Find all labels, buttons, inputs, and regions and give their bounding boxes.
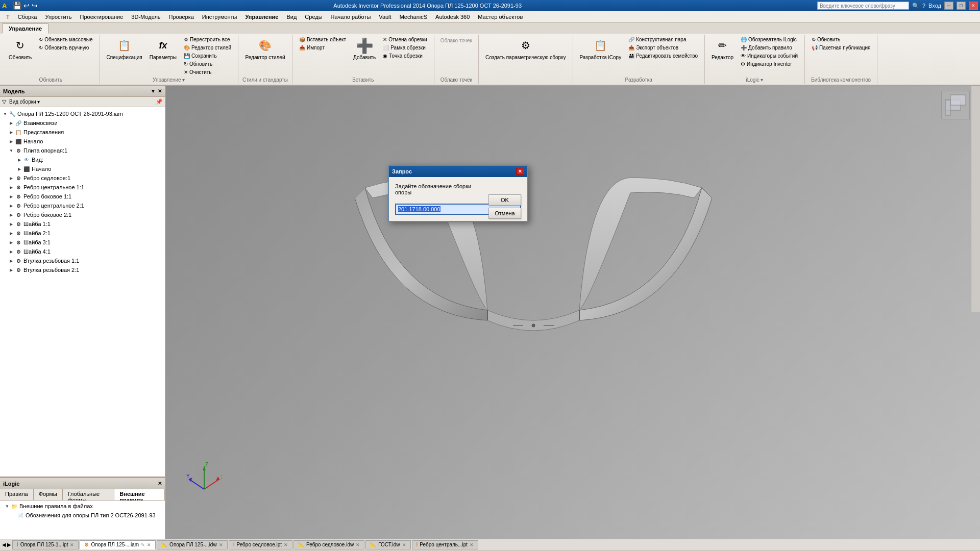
ribbon-btn-icopy[interactable]: 📋 Разработка iCopy bbox=[577, 36, 624, 62]
ribbon-btn-add[interactable]: ➕ Добавить bbox=[351, 36, 378, 62]
menu-view[interactable]: Вид bbox=[282, 13, 301, 21]
ribbon-btn-update2[interactable]: ↻ Обновить bbox=[181, 60, 234, 68]
bottom-tab-7[interactable]: I Ребро централь...ipt ✕ bbox=[412, 540, 478, 549]
search-icon[interactable]: 🔍 bbox=[912, 3, 919, 9]
bottom-tab-4[interactable]: I Ребро седловое.ipt ✕ bbox=[229, 540, 292, 549]
menu-assembly[interactable]: Сборка bbox=[14, 13, 41, 21]
bottom-tab-3-close[interactable]: ✕ bbox=[219, 542, 223, 547]
menu-autodesk360[interactable]: Autodesk 360 bbox=[431, 13, 474, 21]
ribbon-btn-inventor-indicator[interactable]: ⚙ Индикатор Inventor bbox=[738, 60, 800, 68]
tree-item-threaded-sleeve21[interactable]: ▶ ⚙ Втулка резьбовая 2:1 bbox=[0, 265, 165, 274]
title-bar-help[interactable]: ? bbox=[922, 3, 925, 9]
ribbon-btn-update-manual[interactable]: ↻ Обновить вручную bbox=[36, 44, 95, 52]
tree-item-washer21[interactable]: ▶ ⚙ Шайба 2:1 bbox=[0, 229, 165, 238]
bottom-tab-nav-right[interactable]: ▶ bbox=[7, 542, 11, 547]
ribbon-btn-clean[interactable]: ✕ Очистить bbox=[181, 68, 234, 76]
view-selector[interactable]: Вид сборки ▾ bbox=[9, 99, 40, 105]
bottom-tab-1[interactable]: I Опора ПЛ 125-1...ipt ✕ bbox=[12, 540, 79, 549]
minimize-button[interactable]: ─ bbox=[944, 2, 953, 10]
ribbon-btn-style-editor[interactable]: 🎨 Редактор стилей bbox=[181, 44, 234, 52]
restore-button[interactable]: □ bbox=[957, 2, 966, 10]
bottom-tab-4-close[interactable]: ✕ bbox=[284, 542, 288, 547]
ribbon-btn-add-rule[interactable]: ➕ Добавить правило bbox=[738, 44, 800, 52]
menu-tools[interactable]: Инструменты bbox=[198, 13, 241, 21]
tree-item-relations[interactable]: ▶ 🔗 Взаимосвязи bbox=[0, 118, 165, 128]
bottom-tab-3[interactable]: 📐 Опора ПЛ 125-...idw ✕ bbox=[157, 540, 228, 549]
ilogic-item-rule1[interactable]: 📄 Обозначения для опоры ПЛ тип 2 ОСТ26-2… bbox=[2, 511, 163, 520]
ribbon-btn-trim-point[interactable]: ◉ Точка обрезки bbox=[380, 52, 429, 60]
ribbon-btn-edit-family[interactable]: 👨‍👩‍👧 Редактировать семейство bbox=[626, 52, 700, 60]
menu-vault[interactable]: Vault bbox=[375, 13, 395, 21]
ribbon-btn-rebuild[interactable]: ⚙ Перестроить все bbox=[181, 36, 234, 43]
bottom-tab-5-close[interactable]: ✕ bbox=[356, 542, 360, 547]
ribbon-btn-const-pair[interactable]: 🔗 Конструктивная пара bbox=[626, 36, 700, 43]
tree-item-washer11[interactable]: ▶ ⚙ Шайба 1:1 bbox=[0, 219, 165, 229]
menu-environments[interactable]: Среды bbox=[301, 13, 326, 21]
ribbon-tab-manage[interactable]: Управление bbox=[2, 23, 48, 34]
menu-simplify[interactable]: Упростить bbox=[41, 13, 76, 21]
menu-master[interactable]: Мастер объектов bbox=[474, 13, 527, 21]
dialog-cancel-button[interactable]: Отмена bbox=[488, 208, 521, 219]
ribbon-btn-style-editor2[interactable]: 🎨 Редактор стилей bbox=[243, 36, 288, 62]
ilogic-panel-close[interactable]: ✕ bbox=[158, 481, 162, 486]
quick-access-undo[interactable]: ↩ bbox=[23, 2, 30, 10]
menu-file[interactable]: T bbox=[2, 13, 14, 21]
tree-item-representations[interactable]: ▶ 📋 Представления bbox=[0, 128, 165, 137]
ribbon-btn-update-comp[interactable]: ↻ Обновить bbox=[809, 36, 873, 43]
ribbon-btn-batch-pub[interactable]: 📢 Пакетная публикация bbox=[809, 44, 873, 52]
search-input[interactable] bbox=[817, 2, 909, 10]
ribbon-btn-ilogic-browser[interactable]: 🌐 Обозреватель iLogic bbox=[738, 36, 800, 43]
dialog-ok-button[interactable]: OK bbox=[488, 194, 521, 206]
ilogic-tab-forms[interactable]: Формы bbox=[34, 489, 63, 500]
ribbon-btn-import[interactable]: 📥 Импорт bbox=[297, 44, 349, 52]
ilogic-tab-rules[interactable]: Правила bbox=[0, 489, 34, 500]
filter-icon[interactable]: ▽ bbox=[2, 98, 6, 105]
ribbon-btn-update[interactable]: ↻ Обновить bbox=[6, 36, 34, 62]
model-panel-expand[interactable]: ▼ bbox=[151, 88, 156, 94]
viewport[interactable]: X Y Z ⊞ ↕ ↔ Запрос ✕ Задайт bbox=[166, 86, 980, 539]
ribbon-btn-specification[interactable]: 📋 Спецификация bbox=[104, 36, 145, 62]
tree-item-center-rib11[interactable]: ▶ ⚙ Ребро центральное 1:1 bbox=[0, 183, 165, 192]
quick-access-redo[interactable]: ↪ bbox=[32, 2, 38, 10]
tree-item-root[interactable]: ▼ 🔧 Опора ПЛ 125-1200 ОСТ 26-2091-93.iam bbox=[0, 109, 165, 118]
tree-item-saddle-rib1[interactable]: ▶ ⚙ Ребро седловое:1 bbox=[0, 173, 165, 183]
tree-item-washer31[interactable]: ▶ ⚙ Шайба 3:1 bbox=[0, 238, 165, 247]
ribbon-btn-editor[interactable]: ✏ Редактор bbox=[709, 36, 736, 62]
tree-item-center-rib21[interactable]: ▶ ⚙ Ребро центральное 2:1 bbox=[0, 201, 165, 210]
close-button[interactable]: ✕ bbox=[969, 2, 978, 10]
bottom-tab-2-close[interactable]: ✕ bbox=[147, 542, 151, 547]
tree-item-side-rib11[interactable]: ▶ ⚙ Ребро боковое 1:1 bbox=[0, 192, 165, 201]
title-bar-signin[interactable]: Вход bbox=[928, 3, 941, 9]
model-panel-close[interactable]: ✕ bbox=[158, 88, 162, 94]
ribbon-btn-event-monitors[interactable]: 👁 Индикаторы событий bbox=[738, 52, 800, 60]
menu-check[interactable]: Проверка bbox=[165, 13, 198, 21]
ilogic-tab-global-forms[interactable]: Глобальные формы bbox=[63, 489, 115, 500]
bottom-tab-2[interactable]: ⚙ Опора ПЛ 125-...iam ✎ ✕ bbox=[80, 540, 156, 549]
ribbon-btn-insert-obj[interactable]: 📦 Вставить объект bbox=[297, 36, 349, 43]
bottom-tab-nav-left[interactable]: ◀ bbox=[2, 542, 6, 547]
bottom-tab-1-close[interactable]: ✕ bbox=[70, 542, 74, 547]
tree-item-side-rib21[interactable]: ▶ ⚙ Ребро боковое 2:1 bbox=[0, 210, 165, 219]
tree-item-threaded-sleeve11[interactable]: ▶ ⚙ Втулка резьбовая 1:1 bbox=[0, 256, 165, 265]
tree-item-view[interactable]: ▶ 👁 Вид: bbox=[0, 155, 165, 164]
ilogic-tab-external-rules[interactable]: Внешние правила bbox=[114, 489, 165, 500]
bottom-tab-6[interactable]: 📐 ГОСТ.idw ✕ bbox=[365, 540, 410, 549]
bottom-tab-7-close[interactable]: ✕ bbox=[470, 542, 474, 547]
ribbon-btn-param-assembly[interactable]: ⚙ Создать параметрическую сборку bbox=[483, 36, 569, 62]
pin-icon[interactable]: 📌 bbox=[156, 98, 163, 105]
ilogic-item-folder[interactable]: ▼ 📁 Внешние правила в файлах bbox=[2, 502, 163, 511]
ribbon-btn-save[interactable]: 💾 Сохранить bbox=[181, 52, 234, 60]
tree-item-start2[interactable]: ▶ ⬛ Начало bbox=[0, 164, 165, 173]
ribbon-btn-cancel-trim[interactable]: ✕ Отмена обрезки bbox=[380, 36, 429, 43]
menu-start[interactable]: Начало работы bbox=[327, 13, 375, 21]
menu-manage[interactable]: Управление bbox=[241, 13, 282, 21]
tree-item-washer41[interactable]: ▶ ⚙ Шайба 4:1 bbox=[0, 247, 165, 256]
ribbon-btn-trim-frame[interactable]: ⬜ Рамка обрезки bbox=[380, 44, 429, 52]
bottom-tab-6-close[interactable]: ✕ bbox=[402, 542, 406, 547]
tree-item-support-plate[interactable]: ▼ ⚙ Плита опорная:1 bbox=[0, 146, 165, 155]
dialog-close-button[interactable]: ✕ bbox=[516, 168, 524, 175]
bottom-tab-5[interactable]: 📐 Ребро седловое.idw ✕ bbox=[293, 540, 364, 549]
ribbon-btn-update-massive[interactable]: ↻ Обновить массовые bbox=[36, 36, 95, 43]
quick-access-save[interactable]: 💾 bbox=[13, 2, 21, 10]
menu-3dmodel[interactable]: 3D-Модель bbox=[127, 13, 164, 21]
